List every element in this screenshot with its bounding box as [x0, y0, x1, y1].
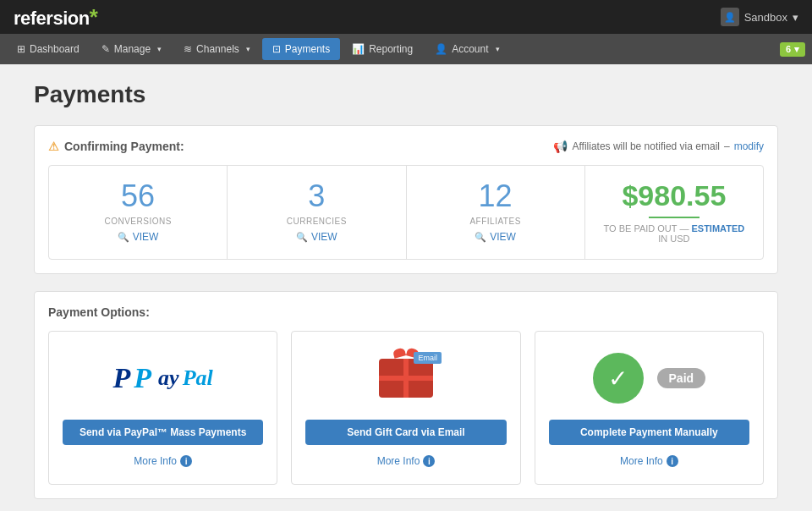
channels-caret-icon: ▾ [246, 45, 250, 53]
user-menu[interactable]: 👤 Sandbox ▾ [721, 8, 798, 26]
giftcard-option-card: Email Send Gift Card via Email More Info… [291, 331, 520, 485]
payout-label: TO BE PAID OUT — ESTIMATED IN USD [602, 223, 746, 244]
megaphone-icon: 📢 [553, 140, 568, 153]
stat-currencies: 3 CURRENCIES 🔍 VIEW [228, 166, 406, 259]
manual-info-icon: i [667, 455, 678, 467]
page-content: Payments ⚠ Confirming Payment: 📢 Affilia… [17, 81, 795, 499]
checkmark-icon: ✓ [608, 365, 628, 393]
to-be-paid-text: TO BE PAID OUT [604, 223, 678, 234]
nav-item-dashboard[interactable]: ⊞ Dashboard [7, 38, 90, 60]
payments-icon: ⊡ [272, 43, 281, 55]
paypal-ay-text: ay [158, 365, 179, 391]
giftcard-icon-wrapper: Email [305, 349, 506, 408]
badge-count: 6 [786, 44, 791, 54]
logo-asterisk: * [90, 4, 98, 30]
currencies-view-link[interactable]: 🔍 VIEW [244, 231, 388, 243]
paypal-logo: P P ayPal [113, 362, 213, 394]
conversions-view-link[interactable]: 🔍 VIEW [66, 231, 210, 243]
paid-label-badge: Paid [657, 368, 706, 388]
manual-more-info-text: More Info [620, 455, 663, 467]
logo: refersion* [14, 4, 97, 30]
nav-bar: ⊞ Dashboard ✎ Manage ▾ ≋ Channels ▾ ⊡ Pa… [0, 34, 812, 64]
send-giftcard-button[interactable]: Send Gift Card via Email [305, 420, 506, 445]
nav-label-account: Account [452, 43, 488, 55]
notify-text: 📢 Affiliates will be notified via email … [553, 140, 764, 153]
paypal-more-info-text: More Info [134, 455, 177, 467]
paid-icon-wrapper: ✓ Paid [549, 349, 749, 408]
nav-badge[interactable]: 6 ▾ [780, 42, 805, 57]
nav-label-payments: Payments [285, 43, 330, 55]
page-title: Payments [34, 81, 778, 108]
dash-separator: — [679, 223, 691, 234]
manual-option-card: ✓ Paid Complete Payment Manually More In… [535, 331, 764, 485]
stat-amount: $980.55 TO BE PAID OUT — ESTIMATED IN US… [585, 166, 763, 259]
manual-more-info-link[interactable]: More Info i [549, 455, 749, 467]
header: refersion* 👤 Sandbox ▾ [0, 0, 812, 34]
channels-icon: ≋ [184, 43, 192, 55]
nav-label-dashboard: Dashboard [30, 43, 80, 55]
paypal-pal-text: Pal [183, 365, 213, 391]
currencies-label: CURRENCIES [244, 217, 388, 226]
modify-link[interactable]: modify [734, 140, 764, 152]
paypal-icon: P P ayPal [63, 349, 263, 408]
nav-item-channels[interactable]: ≋ Channels ▾ [173, 38, 261, 60]
account-caret-icon: ▾ [496, 45, 500, 53]
conversions-link-text: VIEW [133, 231, 159, 243]
stat-conversions: 56 CONVERSIONS 🔍 VIEW [49, 166, 228, 259]
stat-affiliates: 12 AFFILIATES 🔍 VIEW [407, 166, 585, 259]
user-label: Sandbox [744, 11, 787, 24]
search-icon: 🔍 [118, 232, 129, 243]
amount-divider [649, 217, 700, 218]
giftcard-info-icon: i [423, 455, 435, 467]
payout-amount: $980.55 [602, 181, 746, 210]
confirming-payment-section: ⚠ Confirming Payment: 📢 Affiliates will … [34, 125, 778, 274]
manage-caret-icon: ▾ [157, 45, 162, 53]
paypal-info-icon: i [180, 455, 192, 467]
nav-label-manage: Manage [114, 43, 151, 55]
currencies-number: 3 [244, 181, 388, 212]
payment-options-title: Payment Options: [48, 305, 764, 319]
nav-item-reporting[interactable]: 📊 Reporting [342, 38, 423, 60]
badge-caret-icon: ▾ [794, 44, 799, 55]
payment-options-row: P P ayPal Send via PayPal™ Mass Payments… [48, 331, 764, 485]
usd-label: IN USD [658, 234, 689, 244]
user-caret-icon: ▾ [793, 11, 798, 24]
email-badge: Email [414, 352, 442, 364]
giftcard-more-info-text: More Info [377, 455, 420, 467]
account-icon: 👤 [435, 43, 447, 55]
conversions-number: 56 [66, 181, 210, 212]
conversions-label: CONVERSIONS [66, 217, 210, 226]
affiliates-view-link[interactable]: 🔍 VIEW [424, 231, 568, 243]
nav-item-manage[interactable]: ✎ Manage ▾ [91, 38, 172, 60]
nav-label-channels: Channels [196, 43, 239, 55]
nav-item-payments[interactable]: ⊡ Payments [262, 38, 340, 60]
gift-card-container: Email [379, 359, 433, 398]
confirming-payment-label: Confirming Payment: [64, 140, 184, 153]
section-title: ⚠ Confirming Payment: [48, 140, 184, 153]
nav-label-reporting: Reporting [369, 43, 413, 55]
notify-message: Affiliates will be notified via email [572, 140, 720, 152]
estimated-link[interactable]: ESTIMATED [691, 223, 744, 234]
ribbon-vertical [403, 359, 409, 398]
search-icon-3: 🔍 [475, 232, 486, 243]
search-icon-2: 🔍 [296, 232, 308, 243]
notify-separator: – [724, 140, 730, 152]
payment-options-section: Payment Options: P P ayPal Send via PayP… [34, 291, 778, 499]
paypal-p-icon: P [113, 362, 131, 394]
send-paypal-button[interactable]: Send via PayPal™ Mass Payments [63, 420, 263, 445]
dashboard-icon: ⊞ [17, 43, 25, 55]
paid-wrapper: ✓ Paid [593, 353, 706, 404]
reporting-icon: 📊 [352, 43, 365, 55]
warning-icon: ⚠ [48, 140, 59, 153]
user-avatar-icon: 👤 [721, 8, 739, 26]
paid-circle-icon: ✓ [593, 353, 644, 404]
affiliates-label: AFFILIATES [424, 217, 568, 226]
nav-item-account[interactable]: 👤 Account ▾ [425, 38, 509, 60]
affiliates-number: 12 [424, 181, 568, 212]
complete-manual-button[interactable]: Complete Payment Manually [549, 420, 749, 445]
gift-card-icon [379, 359, 433, 398]
paypal-more-info-link[interactable]: More Info i [63, 455, 263, 467]
giftcard-more-info-link[interactable]: More Info i [305, 455, 506, 467]
manage-icon: ✎ [102, 43, 110, 55]
affiliates-link-text: VIEW [490, 231, 516, 243]
